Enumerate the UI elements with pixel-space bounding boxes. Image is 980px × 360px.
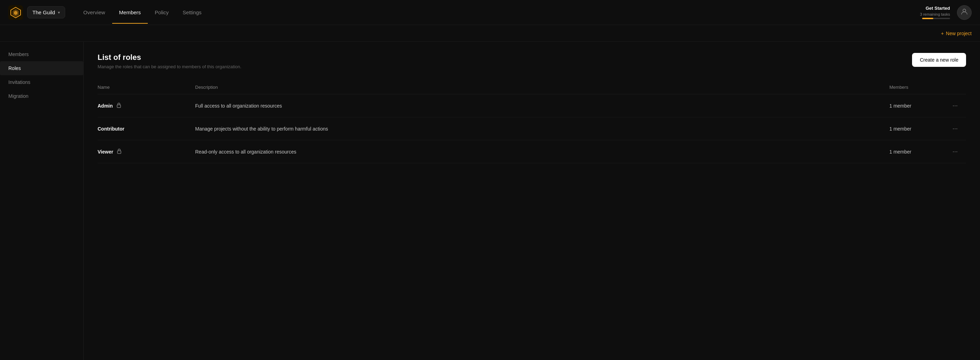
contributor-description: Manage projects without the ability to p… [195,117,889,140]
logo-area: The Guild ▾ [8,5,65,20]
col-header-name: Name [98,81,195,94]
progress-bar-fill [922,18,933,19]
col-header-members: Members [889,81,945,94]
admin-actions: ··· [945,94,966,117]
plus-icon: + [941,31,944,36]
org-selector[interactable]: The Guild ▾ [27,6,65,19]
sidebar: Members Roles Invitations Migration [0,42,84,360]
main-content: List of roles Manage the roles that can … [84,42,980,360]
lock-icon [116,102,121,109]
col-header-actions [945,81,966,94]
remaining-tasks: 3 remaining tasks [920,12,950,16]
nav-policy[interactable]: Policy [148,1,176,24]
sidebar-item-roles[interactable]: Roles [0,61,83,75]
progress-bar-container [922,18,950,19]
contributor-actions: ··· [945,117,966,140]
top-nav: Overview Members Policy Settings [76,1,920,24]
roles-table: Name Description Members Admin [98,81,966,163]
table-header-row: Name Description Members [98,81,966,94]
col-header-description: Description [195,81,889,94]
svg-rect-6 [118,151,121,154]
page-title: List of roles [98,53,242,62]
create-role-button[interactable]: Create a new role [912,53,966,67]
viewer-more-button[interactable]: ··· [950,147,961,157]
second-nav: + New project [0,25,980,42]
lock-icon [117,148,122,155]
viewer-actions: ··· [945,140,966,163]
org-name: The Guild [32,10,55,15]
table-row: Contributor Manage projects without the … [98,117,966,140]
viewer-role-name: Viewer [98,149,113,155]
admin-description: Full access to all organization resource… [195,94,889,117]
get-started-label: Get Started [926,6,950,11]
page-title-area: List of roles Manage the roles that can … [98,53,242,69]
sidebar-item-members[interactable]: Members [0,48,83,61]
get-started-widget: Get Started 3 remaining tasks [920,6,950,19]
contributor-members: 1 member [889,117,945,140]
viewer-members: 1 member [889,140,945,163]
nav-settings[interactable]: Settings [176,1,208,24]
table-row: Admin Full access to all organization re… [98,94,966,117]
admin-role-name: Admin [98,103,113,109]
nav-overview[interactable]: Overview [76,1,112,24]
contributor-more-button[interactable]: ··· [950,124,961,134]
role-name-cell: Viewer [98,140,195,163]
topbar-right: Get Started 3 remaining tasks [920,5,972,20]
main-layout: Members Roles Invitations Migration List… [0,42,980,360]
svg-rect-5 [117,105,121,108]
admin-more-button[interactable]: ··· [950,101,961,111]
table-row: Viewer Read-only access to all organizat… [98,140,966,163]
role-name-cell: Contributor [98,117,195,140]
new-project-button[interactable]: + New project [941,31,972,36]
guild-logo-icon [8,5,23,20]
page-header: List of roles Manage the roles that can … [98,53,966,69]
page-subtitle: Manage the roles that can be assigned to… [98,64,242,69]
user-icon [961,8,968,17]
admin-members: 1 member [889,94,945,117]
new-project-label: New project [946,31,972,36]
viewer-description: Read-only access to all organization res… [195,140,889,163]
sidebar-item-invitations[interactable]: Invitations [0,75,83,89]
nav-members[interactable]: Members [112,1,148,24]
svg-point-4 [963,9,966,12]
chevron-down-icon: ▾ [58,10,60,15]
role-name-cell: Admin [98,94,195,117]
second-nav-right: + New project [941,31,972,36]
topbar: The Guild ▾ Overview Members Policy Sett… [0,0,980,25]
user-avatar[interactable] [957,5,972,20]
contributor-role-name: Contributor [98,126,124,132]
sidebar-item-migration[interactable]: Migration [0,89,83,103]
